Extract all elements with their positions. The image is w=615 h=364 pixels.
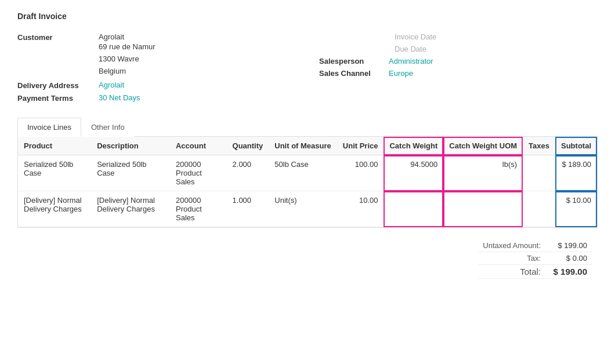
table-header-row: Product Description Account Quantity Uni…: [18, 137, 597, 155]
cell-taxes: [523, 191, 555, 227]
delivery-label: Delivery Address: [17, 81, 99, 90]
cell-catch-weight-uom: lb(s): [443, 155, 523, 191]
cell-description: Serialized 50lb Case: [91, 155, 170, 191]
total-row: Total: $ 199.00: [478, 265, 592, 279]
cell-unit-price: 100.00: [337, 155, 384, 191]
due-date-field: Due Date: [319, 45, 598, 53]
untaxed-row: Untaxed Amount: $ 199.00: [478, 239, 592, 252]
col-catch-weight-uom: Catch Weight UOM: [443, 137, 523, 155]
col-description: Description: [91, 137, 170, 155]
payment-terms-field: Payment Terms 30 Net Days: [17, 93, 296, 103]
cell-product: Serialized 50lb Case: [18, 155, 91, 191]
totals-section: Untaxed Amount: $ 199.00 Tax: $ 0.00 Tot…: [17, 239, 598, 279]
due-date-value[interactable]: Due Date: [395, 45, 426, 53]
salesperson-field: Salesperson Administrator: [319, 57, 598, 65]
sales-channel-field: Sales Channel Europe: [319, 69, 598, 78]
untaxed-label: Untaxed Amount:: [478, 239, 545, 252]
total-label: Total:: [478, 265, 545, 279]
delivery-value[interactable]: Agrolait: [99, 81, 124, 89]
tabs: Invoice Lines Other Info: [17, 118, 598, 137]
customer-address: 69 rue de Namur 1300 Wavre Belgium: [99, 41, 155, 77]
cell-taxes: [523, 155, 555, 191]
customer-label: Customer: [17, 32, 99, 42]
table-row: [Delivery] Normal Delivery Charges[Deliv…: [18, 191, 597, 227]
form-left: Customer Agrolait 69 rue de Namur 1300 W…: [17, 32, 296, 106]
cell-subtotal: $ 10.00: [555, 191, 597, 227]
sales-channel-value[interactable]: Europe: [389, 69, 413, 78]
col-catch-weight: Catch Weight: [384, 137, 443, 155]
customer-value: Agrolait 69 rue de Namur 1300 Wavre Belg…: [99, 32, 155, 77]
payment-terms-value[interactable]: 30 Net Days: [99, 93, 140, 102]
cell-quantity: 2.000: [227, 155, 269, 191]
address-line2: 1300 Wavre: [99, 53, 155, 65]
cell-uom: Unit(s): [269, 191, 337, 227]
col-quantity: Quantity: [227, 137, 269, 155]
sales-channel-label: Sales Channel: [319, 69, 389, 78]
col-uom: Unit of Measure: [269, 137, 337, 155]
tab-invoice-lines[interactable]: Invoice Lines: [17, 118, 81, 137]
invoice-date-value[interactable]: Invoice Date: [395, 32, 436, 41]
tax-row: Tax: $ 0.00: [478, 252, 592, 265]
cell-uom: 50lb Case: [269, 155, 337, 191]
delivery-field: Delivery Address Agrolait: [17, 81, 296, 90]
col-taxes: Taxes: [523, 137, 555, 155]
page-title: Draft Invoice: [17, 12, 598, 21]
table-row: Serialized 50lb CaseSerialized 50lb Case…: [18, 155, 597, 191]
totals-table: Untaxed Amount: $ 199.00 Tax: $ 0.00 Tot…: [478, 239, 592, 279]
customer-name-link[interactable]: Agrolait: [99, 32, 155, 41]
col-account: Account: [170, 137, 227, 155]
invoice-lines-table: Product Description Account Quantity Uni…: [18, 137, 597, 227]
cell-catch-weight: 94.5000: [384, 155, 443, 191]
tax-label: Tax:: [478, 252, 545, 265]
cell-catch-weight-uom: [443, 191, 523, 227]
cell-quantity: 1.000: [227, 191, 269, 227]
untaxed-value: $ 199.00: [545, 239, 592, 252]
cell-account: 200000 Product Sales: [170, 155, 227, 191]
invoice-lines-table-container: Product Description Account Quantity Uni…: [17, 137, 598, 228]
cell-unit-price: 10.00: [337, 191, 384, 227]
salesperson-label: Salesperson: [319, 57, 389, 65]
address-line3: Belgium: [99, 65, 155, 78]
col-unit-price: Unit Price: [337, 137, 384, 155]
salesperson-value[interactable]: Administrator: [389, 57, 433, 65]
total-value: $ 199.00: [545, 265, 592, 279]
cell-subtotal: $ 189.00: [555, 155, 597, 191]
address-line1: 69 rue de Namur: [99, 41, 155, 53]
invoice-date-field: Invoice Date: [319, 32, 598, 41]
col-product: Product: [18, 137, 91, 155]
cell-catch-weight: [384, 191, 443, 227]
payment-terms-label: Payment Terms: [17, 93, 99, 103]
customer-field: Customer Agrolait 69 rue de Namur 1300 W…: [17, 32, 296, 77]
tax-value: $ 0.00: [545, 252, 592, 265]
form-right: Invoice Date Due Date Salesperson Admini…: [319, 32, 598, 106]
cell-product: [Delivery] Normal Delivery Charges: [18, 191, 91, 227]
cell-account: 200000 Product Sales: [170, 191, 227, 227]
col-subtotal: Subtotal: [555, 137, 597, 155]
tab-other-info[interactable]: Other Info: [81, 118, 135, 137]
cell-description: [Delivery] Normal Delivery Charges: [91, 191, 170, 227]
